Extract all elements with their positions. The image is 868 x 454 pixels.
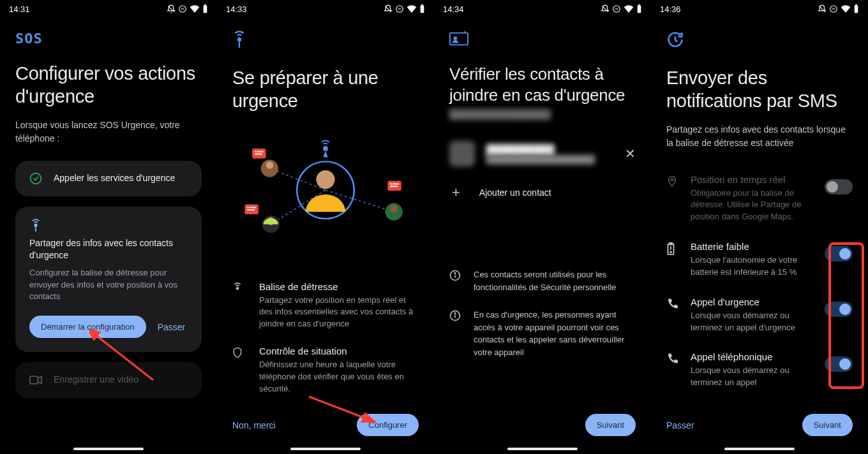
toggle-desc: Lorsque vous démarrez ou terminez un app… <box>691 310 814 334</box>
screen-4: 14:36 Envoyer des notifications par SMS … <box>651 0 868 454</box>
next-button[interactable]: Suivant <box>585 414 636 436</box>
network-illustration <box>232 123 419 274</box>
svg-rect-26 <box>255 150 257 152</box>
video-icon <box>29 374 42 386</box>
svg-rect-10 <box>421 5 424 13</box>
svg-rect-11 <box>421 4 423 6</box>
svg-point-44 <box>454 36 458 40</box>
svg-rect-41 <box>638 5 641 13</box>
page-subtitle: Lorsque vous lancez SOS Urgence, votre t… <box>15 119 202 145</box>
wifi-icon <box>624 5 634 13</box>
account-email: ████████████████ <box>449 109 636 119</box>
minus-circle-icon <box>612 4 621 13</box>
battery-icon <box>202 4 208 13</box>
svg-rect-34 <box>390 183 392 184</box>
toggle-switch <box>825 179 853 194</box>
battery-icon <box>853 4 859 13</box>
minus-circle-icon <box>829 4 838 13</box>
contact-avatar <box>449 141 475 166</box>
configure-button[interactable]: Configurer <box>357 414 419 436</box>
beacon-hero-icon <box>232 31 419 51</box>
svg-point-12 <box>237 38 241 41</box>
remove-contact-button[interactable]: ✕ <box>625 146 636 161</box>
page-title: Configurer vos actions d'urgence <box>15 62 202 108</box>
svg-point-48 <box>454 273 456 274</box>
location-icon <box>666 175 680 191</box>
bell-off-icon <box>384 4 393 13</box>
bell-off-icon <box>167 4 176 13</box>
nav-handle[interactable] <box>73 448 144 450</box>
info-text: Ces contacts seront utilisés pour les fo… <box>474 268 636 293</box>
no-thanks-button[interactable]: Non, merci <box>232 420 276 430</box>
bottom-bar: Suivant <box>434 402 651 454</box>
toggle-desc: Obligatoire pour la balise de détresse. … <box>691 187 814 224</box>
status-time: 14:36 <box>660 4 681 14</box>
svg-rect-36 <box>390 186 398 187</box>
svg-point-18 <box>323 146 328 151</box>
screen-3: 14:34 * Vérifier les contacts à joindre … <box>434 0 651 454</box>
svg-line-57 <box>675 40 678 41</box>
screen-1: 14:31 SOS Configurer vos actions d'urgen… <box>0 0 217 454</box>
svg-point-5 <box>34 224 36 226</box>
feature-title: Balise de détresse <box>259 281 419 292</box>
battery-icon <box>636 4 642 13</box>
toggle-low-battery: Batterie faible Lorsque l'autonomie de v… <box>666 232 853 288</box>
toggle-switch[interactable] <box>825 356 853 372</box>
status-icons <box>384 4 425 13</box>
toggle-title: Position en temps réel <box>691 174 814 185</box>
shield-icon <box>232 347 246 361</box>
status-bar: 14:34 <box>434 0 651 18</box>
minus-circle-icon <box>395 4 404 13</box>
svg-point-20 <box>266 161 274 169</box>
svg-rect-6 <box>30 376 38 384</box>
svg-rect-35 <box>393 183 399 184</box>
card-call-emergency[interactable]: Appeler les services d'urgence <box>15 161 202 196</box>
toggle-phone-call: Appel téléphonique Lorsque vous démarrez… <box>666 342 853 398</box>
toggle-title: Appel d'urgence <box>691 297 814 307</box>
phone-icon <box>666 353 680 367</box>
toggle-switch[interactable] <box>825 246 853 261</box>
svg-text:*: * <box>464 31 467 36</box>
add-contact-button[interactable]: + Ajouter un contact <box>449 175 636 210</box>
card-title: Partager des infos avec les contacts d'u… <box>29 237 188 262</box>
card-record-video[interactable]: Enregistrer une vidéo <box>15 362 202 398</box>
svg-rect-42 <box>638 4 640 6</box>
status-time: 14:34 <box>443 4 464 14</box>
sos-icon: SOS <box>15 31 202 47</box>
svg-point-24 <box>390 205 398 212</box>
toggle-title: Appel téléphonique <box>691 351 814 362</box>
info-icon <box>449 310 462 324</box>
info-icon <box>449 270 462 284</box>
nav-handle[interactable] <box>724 448 795 450</box>
status-icons <box>155 4 208 13</box>
toggle-realtime-location: Position en temps réel Obligatoire pour … <box>666 165 853 233</box>
toggle-desc: Lorsque l'autonomie de votre batterie es… <box>691 254 814 279</box>
status-bar: 14:31 <box>0 0 217 18</box>
svg-point-58 <box>671 178 673 180</box>
next-button[interactable]: Suivant <box>802 414 853 436</box>
feature-desc: Partagez votre position en temps réel et… <box>259 295 419 331</box>
contact-detail: ████████████████████ <box>486 155 613 164</box>
page-title: Se préparer à une urgence <box>232 66 419 113</box>
battery-icon <box>419 4 425 13</box>
skip-button[interactable]: Passer <box>666 420 694 430</box>
wifi-icon <box>407 5 417 13</box>
svg-rect-29 <box>244 204 258 214</box>
add-label: Ajouter un contact <box>479 187 551 198</box>
svg-point-4 <box>31 173 41 184</box>
contact-card-icon: * <box>449 31 636 48</box>
skip-button[interactable]: Passer <box>158 322 186 332</box>
bottom-bar: Passer Suivant <box>651 402 868 454</box>
bell-off-icon <box>818 4 827 13</box>
start-config-button[interactable]: Démarrer la configuration <box>29 316 146 338</box>
page-title: Envoyer des notifications par SMS <box>666 66 853 113</box>
nav-handle[interactable] <box>290 448 361 450</box>
svg-rect-27 <box>257 150 264 152</box>
feature-beacon: Balise de détresse Partagez votre positi… <box>232 274 419 339</box>
contact-item: ██████████ ████████████████████ ✕ <box>449 132 636 175</box>
toggle-switch[interactable] <box>825 302 853 317</box>
nav-handle[interactable] <box>507 448 578 450</box>
bell-off-icon <box>601 4 610 13</box>
card-label: Enregistrer une vidéo <box>54 374 138 386</box>
svg-rect-54 <box>855 5 858 13</box>
